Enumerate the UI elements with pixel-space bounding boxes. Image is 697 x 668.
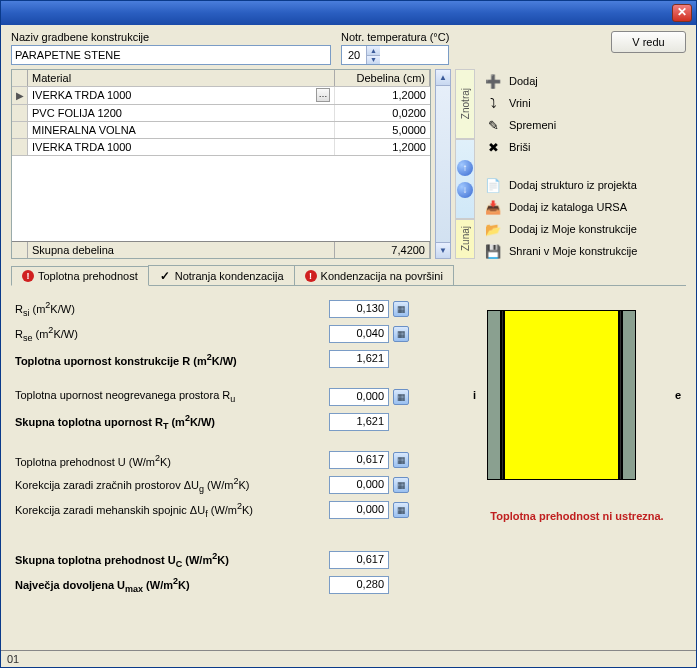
action-add-from-project[interactable]: 📄Dodaj strukturo iz projekta [483, 177, 684, 193]
move-down-button[interactable]: ↓ [457, 182, 473, 198]
orientation-column: Znotraj ↑ ↓ Zunaj [455, 69, 475, 259]
umax-label: Največja dovoljena Umax (W/m2K) [15, 576, 325, 594]
col-thickness[interactable]: Debelina (cm) [335, 70, 430, 86]
total-thickness-value: 7,4200 [335, 242, 430, 258]
move-up-button[interactable]: ↑ [457, 160, 473, 176]
table-row[interactable]: ▶IVERKA TRDA 1000…1,2000 [12, 87, 430, 105]
ursa-icon: 📥 [483, 199, 503, 215]
table-row[interactable]: PVC FOLIJA 12000,0200 [12, 105, 430, 122]
u-label: Toplotna prehodnost U (W/m2K) [15, 453, 325, 468]
titlebar: ✕ [1, 1, 696, 25]
close-button[interactable]: ✕ [672, 4, 692, 22]
temperature-spinner[interactable]: ▲ ▼ [341, 45, 449, 65]
temperature-value[interactable] [342, 46, 366, 64]
rt-label: Skupna toplotna upornost RT (m2K/W) [15, 413, 325, 431]
tab-internal-condensation[interactable]: ✓Notranja kondenzacija [148, 265, 295, 285]
diagram-layer [504, 310, 619, 480]
calc-button[interactable]: ▦ [393, 477, 409, 493]
calc-button[interactable]: ▦ [393, 301, 409, 317]
thickness-cell[interactable]: 1,2000 [335, 139, 430, 155]
error-badge-icon: ! [22, 270, 34, 282]
material-cell[interactable]: IVERKA TRDA 1000 [28, 139, 335, 155]
content-area: Naziv gradbene konstrukcije Notr. temper… [1, 25, 696, 650]
r-value: 1,621 [329, 350, 389, 368]
table-row[interactable]: IVERKA TRDA 10001,2000 [12, 139, 430, 156]
r-label: Toplotna upornost konstrukcije R (m2K/W) [15, 352, 325, 367]
thickness-cell[interactable]: 5,0000 [335, 122, 430, 138]
row-handle[interactable] [12, 105, 28, 121]
scroll-down-icon[interactable]: ▼ [436, 242, 450, 258]
action-change[interactable]: ✎Spremeni [483, 117, 684, 133]
calc-button[interactable]: ▦ [393, 452, 409, 468]
rt-value: 1,621 [329, 413, 389, 431]
grid-scrollbar[interactable]: ▲ ▼ [435, 69, 451, 259]
material-cell[interactable]: PVC FOLIJA 1200 [28, 105, 335, 121]
project-icon: 📄 [483, 177, 503, 193]
uc-value: 0,617 [329, 551, 389, 569]
error-badge-icon: ! [305, 270, 317, 282]
duf-value: 0,000 [329, 501, 389, 519]
thickness-cell[interactable]: 0,0200 [335, 105, 430, 121]
cross-section-diagram: i e [487, 310, 667, 480]
action-add[interactable]: ➕Dodaj [483, 73, 684, 89]
row-handle[interactable]: ▶ [12, 87, 28, 104]
action-add-from-ursa[interactable]: 📥Dodaj iz kataloga URSA [483, 199, 684, 215]
scroll-up-icon[interactable]: ▲ [436, 70, 450, 86]
tabs: !Toplotna prehodnost ✓Notranja kondenzac… [11, 265, 686, 286]
umax-value: 0,280 [329, 576, 389, 594]
ok-button[interactable]: V redu [611, 31, 686, 53]
grid-header: Material Debelina (cm) [12, 70, 430, 87]
dialog-window: ✕ Naziv gradbene konstrukcije Notr. temp… [0, 0, 697, 668]
spinner-up-icon[interactable]: ▲ [366, 46, 380, 55]
material-cell[interactable]: MINERALNA VOLNA [28, 122, 335, 138]
construction-name-input[interactable] [11, 45, 331, 65]
material-cell[interactable]: IVERKA TRDA 1000… [28, 87, 335, 104]
row-handle[interactable] [12, 122, 28, 138]
my-out-icon: 💾 [483, 243, 503, 259]
delete-icon: ✖ [483, 139, 503, 155]
construction-name-label: Naziv gradbene konstrukcije [11, 31, 331, 43]
diagram-outside-label: e [675, 389, 681, 401]
status-bar: 01 [1, 650, 696, 667]
tab-thermal-transmittance[interactable]: !Toplotna prehodnost [11, 266, 149, 286]
thickness-cell[interactable]: 1,2000 [335, 87, 430, 104]
ru-label: Toplotna upornost neogrevanega prostora … [15, 389, 325, 404]
actions-panel: ➕Dodaj ⤵Vrini ✎Spremeni ✖Briši 📄Dodaj st… [479, 69, 686, 259]
action-delete[interactable]: ✖Briši [483, 139, 684, 155]
outside-label: Zunaj [458, 222, 473, 255]
dug-label: Korekcija zaradi zračnih prostorov ΔUg (… [15, 476, 325, 494]
rsi-label: Rsi (m2K/W) [15, 300, 325, 318]
diagram-inside-label: i [473, 389, 476, 401]
inside-label: Znotraj [458, 84, 473, 123]
rsi-value: 0,130 [329, 300, 389, 318]
action-save-to-my[interactable]: 💾Shrani v Moje konstrukcije [483, 243, 684, 259]
layers-grid: Material Debelina (cm) ▶IVERKA TRDA 1000… [11, 69, 431, 259]
rse-value: 0,040 [329, 325, 389, 343]
action-insert[interactable]: ⤵Vrini [483, 95, 684, 111]
check-icon: ✓ [159, 270, 171, 282]
diagram-layer [487, 310, 501, 480]
rse-label: Rse (m2K/W) [15, 325, 325, 343]
tab-surface-condensation[interactable]: !Kondenzacija na površini [294, 265, 454, 285]
action-add-from-my[interactable]: 📂Dodaj iz Moje konstrukcije [483, 221, 684, 237]
ru-value: 0,000 [329, 388, 389, 406]
u-value: 0,617 [329, 451, 389, 469]
status-text: 01 [7, 653, 19, 665]
my-in-icon: 📂 [483, 221, 503, 237]
add-icon: ➕ [483, 73, 503, 89]
col-material[interactable]: Material [28, 70, 335, 86]
spinner-down-icon[interactable]: ▼ [366, 55, 380, 65]
insert-icon: ⤵ [483, 95, 503, 111]
warning-text: Toplotna prehodnost ni ustrezna. [490, 510, 663, 522]
ellipsis-button[interactable]: … [316, 88, 330, 102]
uc-label: Skupna toplotna prehodnost UC (W/m2K) [15, 551, 325, 569]
dug-value: 0,000 [329, 476, 389, 494]
diagram-layer [622, 310, 636, 480]
calc-button[interactable]: ▦ [393, 326, 409, 342]
results-panel: Rsi (m2K/W)0,130▦ Rse (m2K/W)0,040▦ Topl… [11, 290, 686, 644]
table-row[interactable]: MINERALNA VOLNA5,0000 [12, 122, 430, 139]
calc-button[interactable]: ▦ [393, 389, 409, 405]
row-handle[interactable] [12, 139, 28, 155]
calc-button[interactable]: ▦ [393, 502, 409, 518]
temperature-label: Notr. temperatura (°C) [341, 31, 449, 43]
